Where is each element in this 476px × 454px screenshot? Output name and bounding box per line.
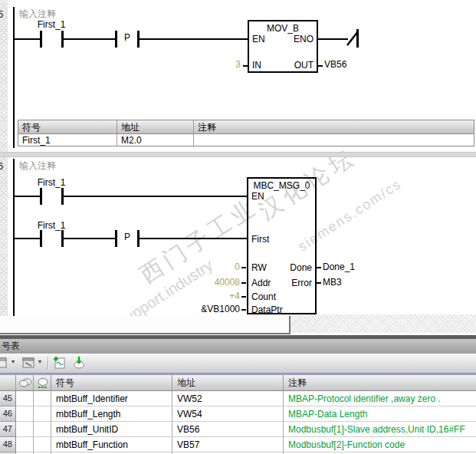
- cell-flag[interactable]: [16, 406, 34, 422]
- editor-page-corner: [0, 316, 291, 334]
- power-rail: [13, 159, 15, 321]
- cell-flag[interactable]: [16, 437, 34, 452]
- contact-bar[interactable]: [40, 31, 42, 48]
- paste-table-icon[interactable]: [22, 357, 35, 370]
- pin-addr: Addr: [251, 278, 271, 288]
- cell-symbol[interactable]: mbtBuff_Length: [51, 406, 172, 422]
- cell-flag[interactable]: [34, 422, 51, 437]
- pin-error: Error: [291, 278, 312, 288]
- wire: [64, 38, 115, 40]
- pin-tick: [241, 267, 246, 268]
- wire: [140, 238, 247, 239]
- row-select-corner[interactable]: [0, 375, 16, 390]
- mov-b-instruction-box[interactable]: MOV_B EN ENO IN OUT: [248, 20, 318, 73]
- operand-dataptr-value[interactable]: &VB1000: [172, 304, 240, 314]
- row-number[interactable]: 46: [0, 406, 16, 422]
- edge-contact-label[interactable]: P: [117, 232, 137, 242]
- operand-done-value[interactable]: Done_1: [323, 262, 355, 272]
- contact-bar[interactable]: [40, 188, 42, 205]
- network-comment[interactable]: 输入注释: [19, 160, 56, 173]
- symbol-usage-column-icon[interactable]: [34, 375, 51, 390]
- page-boundary-area: [289, 314, 476, 333]
- cell-flag[interactable]: [34, 437, 51, 452]
- network-separator: [0, 152, 476, 157]
- symbol-table-panel-title[interactable]: 号表: [0, 339, 476, 354]
- wire: [15, 238, 40, 239]
- row-number[interactable]: 47: [0, 422, 16, 437]
- box-title: MOV_B: [249, 23, 317, 34]
- cell-comment[interactable]: Modbusbuf[1]-Slave address,Unit ID,16#FF: [284, 422, 476, 437]
- col-header-address[interactable]: 地址: [172, 375, 284, 390]
- pin-tick: [318, 65, 323, 67]
- wire: [15, 196, 40, 197]
- network-number: 5: [0, 8, 3, 20]
- dropdown-arrow-icon[interactable]: ▾: [11, 358, 15, 365]
- new-symbol-table-icon[interactable]: [53, 356, 66, 369]
- table-row: 45 mbtBuff_Identifier VW52 MBAP-Protocol…: [0, 391, 476, 406]
- pin-out: OUT: [294, 60, 314, 71]
- row-number[interactable]: 45: [0, 391, 16, 406]
- cell-flag[interactable]: [34, 406, 51, 422]
- pin-tick: [317, 282, 321, 284]
- cell-comment[interactable]: MBAP-Protocol identifier ,away zero .: [284, 391, 476, 406]
- cell-comment[interactable]: [194, 134, 474, 146]
- cell-symbol[interactable]: First_1: [18, 134, 117, 146]
- operand-count-value[interactable]: +4: [172, 291, 240, 301]
- insert-row-icon[interactable]: [72, 356, 85, 369]
- col-header-comment[interactable]: 注释: [284, 375, 476, 390]
- wire: [140, 38, 248, 40]
- pin-tick: [243, 65, 248, 67]
- cell-address[interactable]: VB57: [172, 437, 284, 452]
- cell-flag[interactable]: [16, 391, 34, 406]
- table-row: First_1 M2.0: [18, 134, 474, 146]
- table-row: 47 mbtBuff_UnitID VB56 Modbusbuf[1]-Slav…: [0, 422, 476, 437]
- cell-flag[interactable]: [34, 391, 51, 406]
- contact-label[interactable]: First_1: [29, 19, 74, 30]
- toolbar-separator: [48, 357, 49, 370]
- cell-symbol[interactable]: mbtBuff_Function: [51, 437, 172, 452]
- pin-done: Done: [290, 262, 312, 273]
- operand-rw-value[interactable]: 0: [172, 262, 240, 272]
- cell-address[interactable]: M2.0: [117, 134, 194, 146]
- operand-in-value[interactable]: 3: [227, 59, 241, 70]
- table-row: 48 mbtBuff_Function VB57 Modbusbuf[2]-Fu…: [0, 437, 476, 452]
- overlapping-symbols-column-icon[interactable]: [16, 375, 34, 390]
- operand-addr-value[interactable]: 40008: [172, 277, 240, 288]
- symbol-table-header: 符号 地址 注释: [0, 375, 476, 391]
- pin-eno: ENO: [294, 34, 314, 44]
- dropdown-arrow-icon[interactable]: ▾: [38, 358, 41, 365]
- box-title: MBC_MSG_0: [248, 180, 315, 191]
- edge-contact-label[interactable]: P: [117, 32, 137, 43]
- cell-comment[interactable]: Modbusbuf[2]-Function code: [284, 437, 476, 452]
- microwin-window: 汉化论坛 siemens.com/cs 西门子工业 support.indust…: [0, 0, 476, 454]
- pin-first: First: [251, 234, 269, 245]
- pin-rw: RW: [251, 262, 267, 273]
- mbc-msg-instruction-box[interactable]: MBC_MSG_0 EN First RW Addr Count DataPtr…: [247, 177, 317, 314]
- operand-out-value[interactable]: VB56: [324, 59, 346, 70]
- pin-in: IN: [252, 60, 261, 71]
- power-rail: [13, 7, 15, 148]
- col-header-symbol[interactable]: 符号: [51, 375, 172, 390]
- cell-address[interactable]: VW52: [172, 391, 284, 406]
- pin-tick: [241, 296, 246, 298]
- col-header-symbol: 符号: [18, 120, 117, 133]
- contact-label[interactable]: First_1: [29, 220, 74, 231]
- pin-tick: [317, 267, 321, 268]
- network-number: 6: [0, 160, 3, 172]
- cell-address[interactable]: VW54: [172, 406, 284, 422]
- pin-tick: [241, 309, 246, 311]
- row-number[interactable]: 48: [0, 437, 16, 452]
- operand-error-value[interactable]: MB3: [323, 277, 342, 288]
- cell-symbol[interactable]: mbtBuff_Identifier: [51, 391, 172, 406]
- table-window-icon[interactable]: [0, 357, 8, 370]
- contact-bar[interactable]: [40, 230, 42, 247]
- symbol-table-toolbar: ▾ ▾: [0, 354, 476, 373]
- contact-label[interactable]: First_1: [29, 177, 74, 188]
- pin-en: EN: [251, 191, 264, 202]
- cell-comment[interactable]: MBAP-Data Length: [284, 406, 476, 422]
- wire: [318, 38, 348, 40]
- cell-address[interactable]: VB56: [172, 422, 284, 437]
- cell-symbol[interactable]: mbtBuff_UnitID: [51, 422, 172, 437]
- col-header-address: 地址: [117, 120, 194, 133]
- cell-flag[interactable]: [16, 422, 34, 437]
